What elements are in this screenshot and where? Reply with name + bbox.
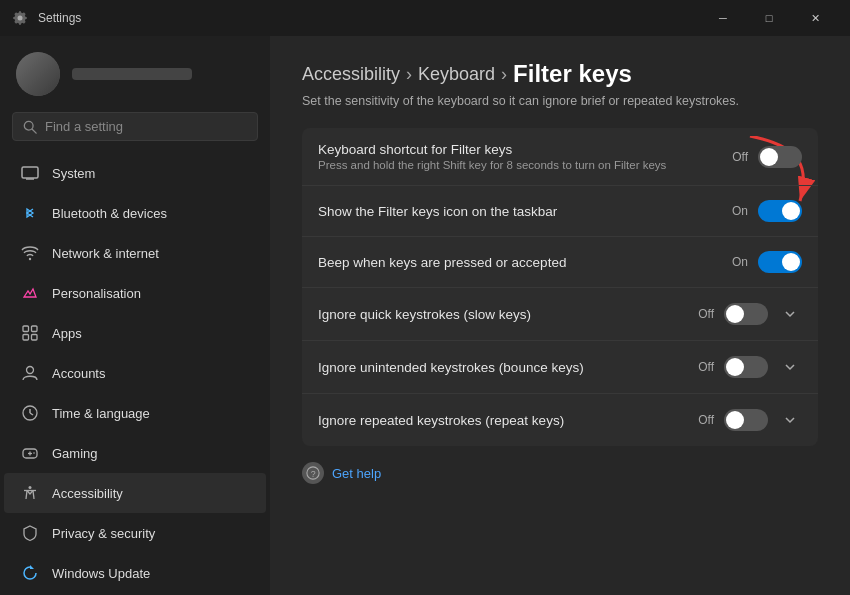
breadcrumb: Accessibility › Keyboard › Filter keys <box>302 60 818 88</box>
svg-point-17 <box>33 452 35 454</box>
privacy-icon <box>20 523 40 543</box>
toggle-repeat-keys[interactable] <box>724 409 768 431</box>
setting-info-slow-keys: Ignore quick keystrokes (slow keys) <box>318 307 698 322</box>
get-help-text: Get help <box>332 466 381 481</box>
setting-row-beep: Beep when keys are pressed or acceptedOn <box>302 237 818 288</box>
toggle-thumb-slow-keys <box>726 305 744 323</box>
window-controls: ─ □ ✕ <box>700 0 838 36</box>
setting-title-repeat-keys: Ignore repeated keystrokes (repeat keys) <box>318 413 698 428</box>
get-help-link[interactable]: ? Get help <box>302 462 818 484</box>
setting-row-bounce-keys: Ignore unintended keystrokes (bounce key… <box>302 341 818 394</box>
svg-point-18 <box>29 486 32 489</box>
sidebar-item-label-privacy: Privacy & security <box>52 526 155 541</box>
toggle-label-bounce-keys: Off <box>698 360 714 374</box>
system-icon <box>20 163 40 183</box>
sidebar-item-label-bluetooth: Bluetooth & devices <box>52 206 167 221</box>
search-input[interactable] <box>45 119 247 134</box>
user-profile <box>0 36 270 108</box>
avatar-image <box>16 52 60 96</box>
setting-info-bounce-keys: Ignore unintended keystrokes (bounce key… <box>318 360 698 375</box>
svg-rect-7 <box>32 326 38 332</box>
svg-rect-8 <box>23 335 29 341</box>
avatar <box>16 52 60 96</box>
gaming-icon <box>20 443 40 463</box>
setting-row-repeat-keys: Ignore repeated keystrokes (repeat keys)… <box>302 394 818 446</box>
setting-title-keyboard-shortcut: Keyboard shortcut for Filter keys <box>318 142 732 157</box>
svg-line-13 <box>30 413 33 415</box>
setting-title-taskbar-icon: Show the Filter keys icon on the taskbar <box>318 204 732 219</box>
title-bar-text: Settings <box>38 11 81 25</box>
apps-icon <box>20 323 40 343</box>
setting-title-bounce-keys: Ignore unintended keystrokes (bounce key… <box>318 360 698 375</box>
expand-btn-bounce-keys[interactable] <box>778 355 802 379</box>
toggle-bounce-keys[interactable] <box>724 356 768 378</box>
sidebar-item-windows-update[interactable]: Windows Update <box>4 553 266 593</box>
sidebar-item-accessibility[interactable]: Accessibility <box>4 473 266 513</box>
setting-title-beep: Beep when keys are pressed or accepted <box>318 255 732 270</box>
sidebar-item-label-personalisation: Personalisation <box>52 286 141 301</box>
setting-row-slow-keys: Ignore quick keystrokes (slow keys)Off <box>302 288 818 341</box>
sidebar-item-label-accounts: Accounts <box>52 366 105 381</box>
get-help-icon: ? <box>302 462 324 484</box>
search-icon <box>23 120 37 134</box>
toggle-taskbar-icon[interactable] <box>758 200 802 222</box>
settings-card: Keyboard shortcut for Filter keysPress a… <box>302 128 818 446</box>
user-name <box>72 68 192 80</box>
sidebar-item-label-windows-update: Windows Update <box>52 566 150 581</box>
sidebar-item-system[interactable]: System <box>4 153 266 193</box>
expand-btn-repeat-keys[interactable] <box>778 408 802 432</box>
help-icon: ? <box>306 466 320 480</box>
toggle-label-repeat-keys: Off <box>698 413 714 427</box>
expand-btn-slow-keys[interactable] <box>778 302 802 326</box>
toggle-label-beep: On <box>732 255 748 269</box>
breadcrumb-sep2: › <box>501 64 507 85</box>
search-box[interactable] <box>12 112 258 141</box>
breadcrumb-sep1: › <box>406 64 412 85</box>
sidebar-item-accounts[interactable]: Accounts <box>4 353 266 393</box>
time-icon <box>20 403 40 423</box>
svg-rect-3 <box>22 167 38 178</box>
setting-control-repeat-keys: Off <box>698 408 802 432</box>
sidebar-item-label-network: Network & internet <box>52 246 159 261</box>
svg-rect-6 <box>23 326 29 332</box>
toggle-keyboard-shortcut[interactable] <box>758 146 802 168</box>
minimize-button[interactable]: ─ <box>700 0 746 36</box>
sidebar-item-label-apps: Apps <box>52 326 82 341</box>
accessibility-icon <box>20 483 40 503</box>
sidebar-item-label-gaming: Gaming <box>52 446 98 461</box>
maximize-button[interactable]: □ <box>746 0 792 36</box>
breadcrumb-part2: Keyboard <box>418 64 495 85</box>
svg-marker-20 <box>30 565 34 569</box>
svg-point-5 <box>29 258 31 260</box>
setting-control-beep: On <box>732 251 802 273</box>
settings-app-icon <box>12 10 28 26</box>
sidebar-item-privacy[interactable]: Privacy & security <box>4 513 266 553</box>
toggle-thumb-taskbar-icon <box>782 202 800 220</box>
setting-info-beep: Beep when keys are pressed or accepted <box>318 255 732 270</box>
toggle-thumb-repeat-keys <box>726 411 744 429</box>
setting-info-repeat-keys: Ignore repeated keystrokes (repeat keys) <box>318 413 698 428</box>
setting-control-taskbar-icon: On <box>732 200 802 222</box>
toggle-slow-keys[interactable] <box>724 303 768 325</box>
sidebar-item-label-system: System <box>52 166 95 181</box>
setting-control-slow-keys: Off <box>698 302 802 326</box>
setting-title-slow-keys: Ignore quick keystrokes (slow keys) <box>318 307 698 322</box>
toggle-beep[interactable] <box>758 251 802 273</box>
main-content: Accessibility › Keyboard › Filter keys S… <box>270 36 850 595</box>
svg-text:?: ? <box>311 469 316 479</box>
nav-list: SystemBluetooth & devicesNetwork & inter… <box>0 149 270 595</box>
sidebar-item-label-time: Time & language <box>52 406 150 421</box>
sidebar-item-apps[interactable]: Apps <box>4 313 266 353</box>
toggle-label-slow-keys: Off <box>698 307 714 321</box>
sidebar-item-personalisation[interactable]: Personalisation <box>4 273 266 313</box>
bluetooth-icon <box>20 203 40 223</box>
sidebar-item-bluetooth[interactable]: Bluetooth & devices <box>4 193 266 233</box>
sidebar-item-gaming[interactable]: Gaming <box>4 433 266 473</box>
sidebar-item-time[interactable]: Time & language <box>4 393 266 433</box>
close-button[interactable]: ✕ <box>792 0 838 36</box>
sidebar-item-network[interactable]: Network & internet <box>4 233 266 273</box>
toggle-thumb-beep <box>782 253 800 271</box>
svg-line-2 <box>32 129 36 133</box>
setting-row-taskbar-icon: Show the Filter keys icon on the taskbar… <box>302 186 818 237</box>
personalisation-icon <box>20 283 40 303</box>
